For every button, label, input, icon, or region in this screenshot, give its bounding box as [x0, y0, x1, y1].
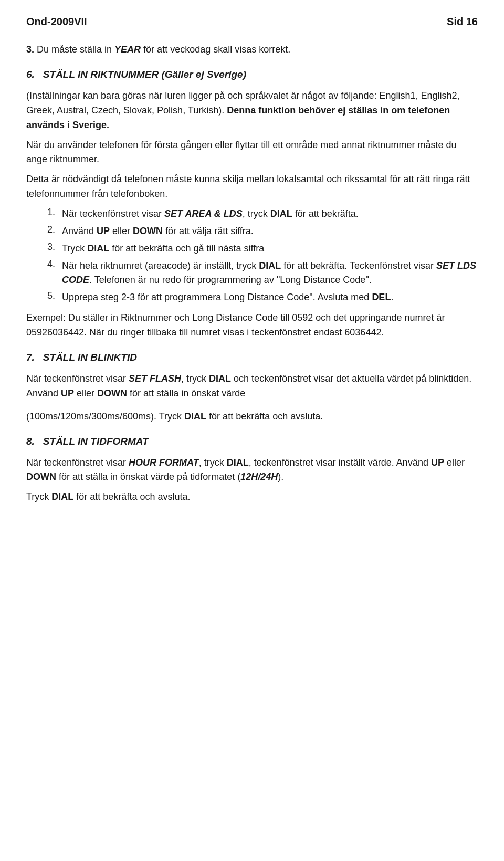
- section8-title: STÄLL IN TIDFORMAT: [43, 436, 149, 447]
- page-header: Ond-2009VII Sid 16: [26, 16, 478, 28]
- item3-after: för att veckodag skall visas korrekt.: [141, 44, 290, 55]
- section7-para1: När teckenfönstret visar SET FLASH, tryc…: [26, 372, 478, 401]
- item3-before: Du måste ställa in: [37, 44, 114, 55]
- section6-step3: 3. Tryck DIAL för att bekräfta och gå ti…: [42, 242, 478, 256]
- item3-text: 3. Du måste ställa in YEAR för att vecko…: [26, 43, 478, 57]
- page-number: Sid 16: [447, 16, 478, 28]
- section6-step2: 2. Använd UP eller DOWN för att välja rä…: [42, 224, 478, 238]
- section6-step4: 4. När hela riktnumret (areacode) är ins…: [42, 259, 478, 287]
- section7-header: 7. STÄLL IN BLINKTID: [26, 352, 478, 368]
- document-id: Ond-2009VII: [26, 16, 87, 28]
- section6-title: STÄLL IN RIKTNUMMER (Gäller ej Sverige): [43, 69, 246, 80]
- section6-step1: 1. När teckenfönstret visar SET AREA & L…: [42, 207, 478, 221]
- section6-example: Exempel: Du ställer in Riktnummer och Lo…: [26, 311, 478, 340]
- step1-dial: DIAL: [270, 208, 292, 219]
- section7-number: 7.: [26, 352, 35, 363]
- step2-down: DOWN: [133, 226, 163, 236]
- step3-content: Tryck DIAL för att bekräfta och gå till …: [62, 242, 478, 256]
- step1-num: 1.: [47, 207, 62, 221]
- section7-title: STÄLL IN BLINKTID: [43, 352, 137, 363]
- section8-down: DOWN: [26, 471, 56, 482]
- step5-num: 5.: [47, 290, 62, 304]
- section8-up: UP: [431, 457, 444, 468]
- step5-content: Upprepa steg 2-3 för att programmera Lon…: [62, 290, 478, 304]
- section8-hour-format: HOUR FORMAT: [129, 457, 199, 468]
- section8-number: 8.: [26, 436, 35, 447]
- section8-dial2: DIAL: [51, 491, 74, 502]
- section8-header: 8. STÄLL IN TIDFORMAT: [26, 436, 478, 452]
- step4-content: När hela riktnumret (areacode) är instäl…: [62, 259, 478, 287]
- step1-content: När teckenfönstret visar SET AREA & LDS,…: [62, 207, 478, 221]
- section6-step5: 5. Upprepa steg 2-3 för att programmera …: [42, 290, 478, 304]
- section8-12h24h: 12H/24H: [240, 471, 278, 482]
- section7-dial2: DIAL: [184, 411, 206, 422]
- section6-number: 6.: [26, 69, 35, 80]
- item3-italic-bold: YEAR: [114, 44, 141, 55]
- step3-dial: DIAL: [87, 243, 109, 254]
- section6-para2: Detta är nödvändigt då telefonen måste k…: [26, 172, 478, 202]
- section6-header: 6. STÄLL IN RIKTNUMMER (Gäller ej Sverig…: [26, 69, 478, 85]
- section-7: 7. STÄLL IN BLINKTID När teckenfönstret …: [26, 352, 478, 424]
- section7-dial1: DIAL: [209, 373, 231, 384]
- section-6: 6. STÄLL IN RIKTNUMMER (Gäller ej Sverig…: [26, 69, 478, 340]
- step4-num: 4.: [47, 259, 62, 287]
- section6-intro: (Inställningar kan bara göras när luren …: [26, 89, 478, 133]
- section7-up: UP: [61, 388, 74, 398]
- section8-para1: När teckenfönstret visar HOUR FORMAT, tr…: [26, 456, 478, 485]
- step5-del: DEL: [372, 292, 391, 302]
- section8-para2: Tryck DIAL för att bekräfta och avsluta.: [26, 490, 478, 505]
- section7-para2: (100ms/120ms/300ms/600ms). Tryck DIAL fö…: [26, 410, 478, 424]
- section8-dial1: DIAL: [227, 457, 249, 468]
- step1-set-area: SET AREA & LDS: [164, 208, 243, 219]
- section-8: 8. STÄLL IN TIDFORMAT När teckenfönstret…: [26, 436, 478, 505]
- section6-steps: 1. När teckenfönstret visar SET AREA & L…: [26, 207, 478, 304]
- step2-content: Använd UP eller DOWN för att välja rätt …: [62, 224, 478, 238]
- step4-dial: DIAL: [259, 260, 281, 271]
- section6-para1: När du använder telefonen för första gån…: [26, 138, 478, 167]
- step2-num: 2.: [47, 224, 62, 238]
- step2-up: UP: [97, 226, 110, 236]
- step3-num: 3.: [47, 242, 62, 256]
- section-item3: 3. Du måste ställa in YEAR för att vecko…: [26, 43, 478, 57]
- item3-number: 3.: [26, 44, 34, 55]
- section7-down: DOWN: [97, 388, 127, 398]
- section7-set-flash: SET FLASH: [129, 373, 181, 384]
